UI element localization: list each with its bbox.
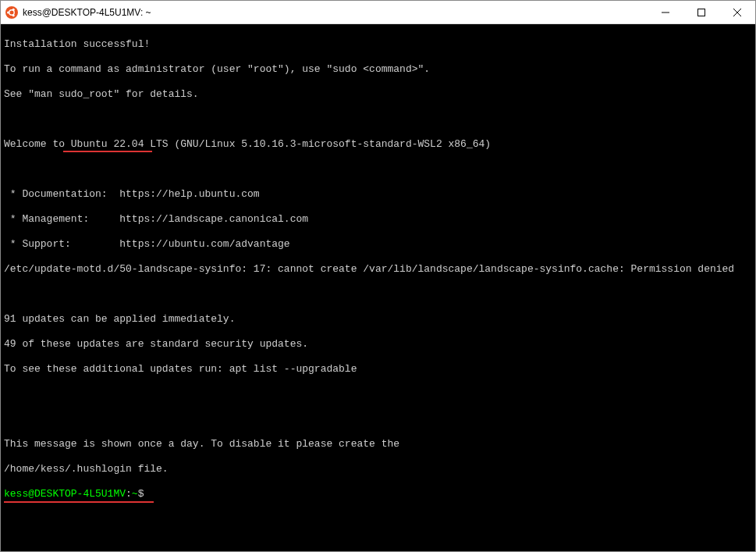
output-line: Installation successful! [4, 38, 752, 51]
prompt-colon: : [126, 488, 132, 500]
svg-point-3 [12, 8, 15, 10]
svg-rect-6 [698, 9, 705, 16]
output-line: /home/kess/.hushlogin file. [4, 463, 752, 475]
cursor [150, 489, 155, 500]
output-line: This message is shown once a day. To dis… [4, 438, 752, 451]
output-line [4, 113, 752, 126]
window-controls [648, 1, 755, 23]
output-line: 49 of these updates are standard securit… [4, 338, 752, 351]
output-line: To run a command as administrator (user … [4, 63, 752, 76]
output-line: Welcome to Ubuntu 22.04 LTS (GNU/Linux 5… [4, 138, 752, 151]
output-line [4, 388, 752, 401]
titlebar: kess@DESKTOP-4L5U1MV: ~ [1, 1, 755, 24]
welcome-text: Welcome to Ubuntu 22.04 LTS (GNU/Linux 5… [4, 138, 491, 150]
minimize-button[interactable] [648, 1, 683, 23]
ubuntu-icon [5, 6, 18, 19]
prompt-line: kess@DESKTOP-4L5U1MV:~$ [4, 488, 752, 500]
svg-point-2 [7, 11, 9, 13]
output-line: To see these additional updates run: apt… [4, 363, 752, 376]
output-line: See "man sudo_root" for details. [4, 88, 752, 101]
svg-point-4 [12, 14, 15, 16]
maximize-button[interactable] [683, 1, 719, 23]
prompt-dollar: $ [138, 488, 144, 500]
output-line [4, 288, 752, 301]
output-line: * Documentation: https://help.ubuntu.com [4, 188, 752, 201]
close-button[interactable] [719, 1, 755, 23]
terminal-area[interactable]: Installation successful! To run a comman… [1, 24, 755, 551]
prompt-userhost: kess@DESKTOP-4L5U1MV [4, 488, 126, 500]
highlight-underline [63, 151, 152, 152]
output-line: * Support: https://ubuntu.com/advantage [4, 238, 752, 251]
window-title: kess@DESKTOP-4L5U1MV: ~ [23, 7, 648, 18]
output-line: * Management: https://landscape.canonica… [4, 213, 752, 226]
output-line [4, 163, 752, 176]
prompt-path: ~ [132, 488, 138, 500]
output-line: /etc/update-motd.d/50-landscape-sysinfo:… [4, 263, 752, 276]
highlight-underline [4, 501, 154, 503]
output-line [4, 413, 752, 426]
output-line: 91 updates can be applied immediately. [4, 313, 752, 326]
